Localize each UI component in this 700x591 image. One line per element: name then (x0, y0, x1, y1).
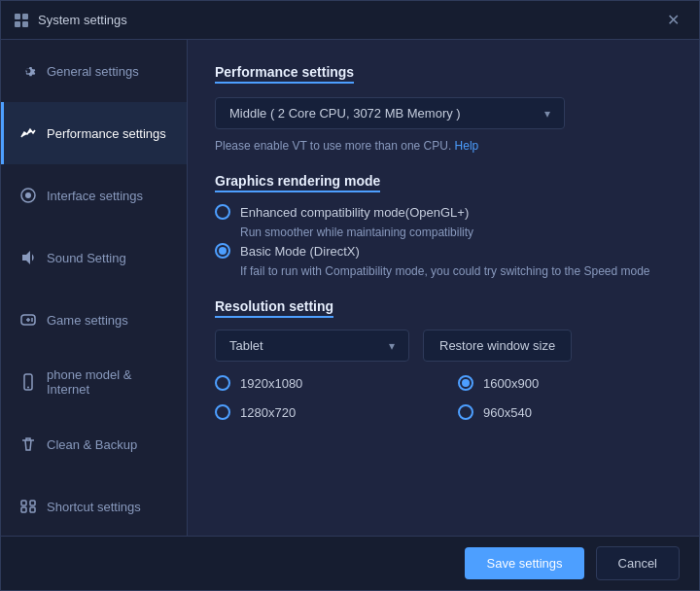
close-button[interactable]: ✕ (658, 6, 687, 35)
sidebar-item-sound[interactable]: Sound Setting (1, 226, 187, 289)
radio-basic-desc: If fail to run with Compatibility mode, … (240, 264, 672, 278)
radio-enhanced-desc: Run smoother while maintaining compatibi… (240, 226, 672, 239)
vt-hint: Please enable VT to use more than one CP… (215, 139, 672, 153)
svg-rect-1 (22, 14, 28, 19)
sidebar-label-clean: Clean & Backup (47, 437, 137, 452)
radio-basic[interactable] (215, 243, 230, 259)
radio-1600[interactable]: 1600x900 (458, 375, 672, 391)
window-icon (13, 12, 30, 29)
sidebar-label-game: Game settings (47, 313, 128, 328)
system-settings-window: System settings ✕ General settings Perfo… (0, 0, 700, 591)
radio-option-basic[interactable]: Basic Mode (DirectX) (215, 243, 672, 259)
sidebar-label-shortcut: Shortcut settings (47, 500, 141, 514)
sidebar-item-phone[interactable]: phone model & Internet (1, 351, 187, 413)
resolution-section-title: Resolution setting (215, 298, 333, 318)
svg-point-10 (31, 318, 33, 320)
cpu-dropdown-value: Middle ( 2 Core CPU, 3072 MB Memory ) (229, 106, 461, 121)
chevron-down-icon: ▾ (544, 107, 550, 121)
window-title: System settings (38, 13, 658, 27)
sidebar-label-general: General settings (47, 64, 139, 79)
interface-icon (19, 187, 37, 204)
cpu-dropdown[interactable]: Middle ( 2 Core CPU, 3072 MB Memory ) ▾ (215, 97, 565, 129)
sidebar-label-sound: Sound Setting (47, 251, 126, 265)
save-settings-button[interactable]: Save settings (465, 547, 583, 579)
game-icon (19, 311, 37, 329)
shortcut-icon (19, 498, 37, 515)
resolution-dropdown-value: Tablet (229, 338, 263, 353)
svg-rect-2 (15, 21, 20, 27)
title-bar: System settings ✕ (1, 1, 699, 40)
sidebar-item-clean[interactable]: Clean & Backup (1, 413, 187, 475)
sidebar-item-shortcut[interactable]: Shortcut settings (1, 475, 187, 536)
sidebar-label-performance: Performance settings (47, 126, 166, 141)
sidebar-item-performance[interactable]: Performance settings (1, 102, 187, 164)
radio-enhanced-label: Enhanced compatibility mode(OpenGL+) (240, 205, 469, 220)
resolution-label-1280: 1280x720 (240, 405, 296, 420)
resolution-dropdown[interactable]: Tablet ▾ (215, 330, 409, 362)
sidebar-label-phone: phone model & Internet (47, 367, 171, 397)
sidebar-item-general[interactable]: General settings (1, 40, 187, 102)
resolution-chevron-icon: ▾ (389, 339, 395, 353)
radio-1280[interactable]: 1280x720 (215, 404, 429, 420)
main-panel: Performance settings Middle ( 2 Core CPU… (188, 40, 699, 536)
radio-960[interactable]: 960x540 (458, 404, 672, 420)
resolution-label-1600: 1600x900 (483, 376, 539, 391)
phone-icon (19, 373, 37, 391)
performance-section: Performance settings Middle ( 2 Core CPU… (215, 63, 672, 153)
resolution-section: Resolution setting Tablet ▾ Restore wind… (215, 297, 672, 426)
svg-rect-16 (21, 507, 26, 512)
content-area: General settings Performance settings In… (1, 40, 699, 536)
resolution-grid: 1920x1080 1600x900 1280x720 (215, 375, 672, 426)
bottom-bar: Save settings Cancel (1, 536, 699, 590)
graphics-section-title: Graphics rendering mode (215, 173, 380, 192)
sound-icon (19, 249, 37, 266)
cpu-dropdown-row: Middle ( 2 Core CPU, 3072 MB Memory ) ▾ (215, 97, 672, 129)
gear-icon (19, 62, 37, 80)
svg-rect-17 (30, 507, 35, 512)
help-link[interactable]: Help (455, 139, 479, 153)
svg-rect-3 (22, 21, 28, 27)
restore-window-button[interactable]: Restore window size (423, 330, 572, 362)
resolution-label-1920: 1920x1080 (240, 376, 302, 391)
sidebar-item-game[interactable]: Game settings (1, 289, 187, 351)
radio-option-enhanced[interactable]: Enhanced compatibility mode(OpenGL+) (215, 204, 672, 220)
radio-enhanced[interactable] (215, 204, 230, 220)
resolution-controls: Tablet ▾ Restore window size (215, 330, 672, 362)
sidebar-item-interface[interactable]: Interface settings (1, 164, 187, 226)
svg-marker-6 (22, 251, 30, 264)
radio-basic-label: Basic Mode (DirectX) (240, 244, 360, 259)
cancel-button[interactable]: Cancel (596, 546, 680, 580)
sidebar-label-interface: Interface settings (47, 189, 143, 203)
clean-icon (19, 435, 37, 453)
performance-section-title: Performance settings (215, 64, 354, 84)
graphics-section: Graphics rendering mode Enhanced compati… (215, 172, 672, 278)
svg-point-13 (27, 387, 29, 389)
svg-point-5 (25, 192, 31, 198)
svg-rect-14 (21, 501, 26, 505)
radio-1920[interactable]: 1920x1080 (215, 375, 429, 391)
svg-rect-0 (15, 14, 20, 19)
svg-rect-15 (30, 501, 35, 505)
performance-icon (19, 124, 37, 142)
svg-point-11 (31, 320, 33, 322)
resolution-label-960: 960x540 (483, 405, 532, 420)
sidebar: General settings Performance settings In… (1, 40, 188, 536)
